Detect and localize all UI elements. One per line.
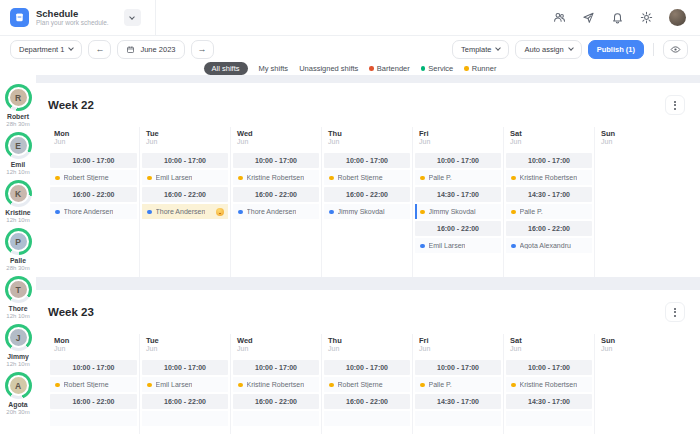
day-name: Wed (237, 129, 315, 138)
shift-time-cell[interactable]: 16:00 - 22:00 (50, 187, 137, 202)
notifications-button[interactable] (611, 11, 624, 24)
shift-person-cell[interactable] (142, 411, 228, 426)
day-month: Jun (601, 345, 679, 353)
prev-period-button[interactable]: ← (88, 40, 111, 59)
shift-time-cell[interactable]: 10:00 - 17:00 (415, 153, 501, 168)
preview-button[interactable] (663, 40, 688, 59)
shift-person-cell[interactable]: Palle P. (415, 377, 501, 392)
shift-time-cell[interactable]: 10:00 - 17:00 (506, 360, 592, 375)
app-logo-icon (10, 8, 29, 27)
shift-time-cell[interactable]: 16:00 - 22:00 (324, 394, 410, 409)
shift-time-cell[interactable]: 10:00 - 17:00 (233, 360, 319, 375)
shift-time-cell[interactable]: 16:00 - 22:00 (50, 394, 137, 409)
shift-time-cell[interactable]: 10:00 - 17:00 (50, 360, 137, 375)
shift-time-cell[interactable]: 10:00 - 17:00 (506, 153, 592, 168)
shift-person-cell[interactable]: Kristine Robertsen (506, 170, 592, 185)
employee-item[interactable]: JJimmy12h 10m (5, 324, 32, 367)
shift-person-name: Kristine Robertsen (520, 174, 578, 181)
shift-time-cell[interactable]: 14:30 - 17:00 (506, 394, 592, 409)
day-month: Jun (419, 345, 497, 353)
shift-time-cell[interactable]: 14:30 - 17:00 (506, 187, 592, 202)
role-dot (238, 383, 243, 388)
shift-time-cell[interactable]: 16:00 - 22:00 (415, 221, 501, 236)
employee-item[interactable]: RRobert28h 30m (5, 84, 32, 127)
shift-person-cell[interactable]: Robert Stjerne (324, 377, 410, 392)
shift-time-cell[interactable]: 10:00 - 17:00 (324, 360, 410, 375)
shift-person-cell[interactable]: Robert Stjerne (50, 170, 137, 185)
shift-person-name: Emil Larsen (156, 174, 193, 181)
shift-person-cell[interactable]: Agota Alexandru (506, 238, 592, 253)
shift-person-cell[interactable]: Jimmy Skovdal (415, 204, 501, 219)
week-menu-button[interactable] (665, 302, 685, 322)
day-name: Mon (54, 129, 133, 138)
shift-person-cell[interactable]: Kristine Robertsen (233, 377, 319, 392)
shift-person-cell[interactable]: Robert Stjerne (50, 377, 137, 392)
month-label: June 2023 (140, 45, 175, 54)
filter-tabs: All shiftsMy shiftsUnassigned shiftsBart… (0, 62, 700, 75)
shift-person-cell[interactable] (50, 411, 137, 426)
day-month: Jun (510, 138, 588, 146)
employee-item[interactable]: AAgota20h 30m (5, 372, 32, 415)
employee-item[interactable]: KKristine12h 10m (5, 180, 32, 223)
shift-time-cell[interactable]: 14:30 - 17:00 (415, 394, 501, 409)
shift-time-cell[interactable]: 16:00 - 22:00 (324, 187, 410, 202)
employee-item[interactable]: PPalle28h 30m (5, 228, 32, 271)
shift-person-cell[interactable]: Palle P. (506, 204, 592, 219)
shift-time-cell[interactable]: 10:00 - 17:00 (142, 360, 228, 375)
shift-time-cell[interactable]: 10:00 - 17:00 (233, 153, 319, 168)
employee-rail: RRobert28h 30mEEmil12h 10mKKristine12h 1… (0, 75, 36, 434)
employee-item[interactable]: EEmil12h 10m (5, 132, 32, 175)
role-dot (511, 383, 516, 388)
profile-avatar[interactable] (669, 9, 686, 26)
shift-time-cell[interactable]: 16:00 - 22:00 (142, 187, 228, 202)
tab-unassigned-shifts[interactable]: Unassigned shifts (299, 64, 358, 73)
app-switcher-button[interactable] (124, 9, 141, 26)
shift-time-cell[interactable]: 16:00 - 22:00 (233, 187, 319, 202)
template-select[interactable]: Template (452, 40, 509, 59)
shift-person-cell[interactable] (415, 411, 501, 426)
shift-time-cell[interactable]: 14:30 - 17:00 (415, 187, 501, 202)
day-column-thu: ThuJun10:00 - 17:00Robert Stjerne16:00 -… (321, 127, 412, 277)
kebab-dot-icon (674, 308, 676, 310)
department-select[interactable]: Department 1 (10, 40, 82, 59)
shift-person-cell[interactable]: Thore Andersen (233, 204, 319, 219)
shift-person-cell[interactable]: Emil Larsen (142, 170, 228, 185)
shift-person-cell[interactable]: Jimmy Skovdal (324, 204, 410, 219)
shift-time-cell[interactable]: 10:00 - 17:00 (324, 153, 410, 168)
shift-person-cell[interactable] (506, 411, 592, 426)
shift-person-cell[interactable]: Kristine Robertsen (506, 377, 592, 392)
employee-item[interactable]: TThore12h 10m (5, 276, 32, 319)
settings-button[interactable] (640, 11, 653, 24)
day-name: Tue (146, 336, 224, 345)
team-button[interactable] (553, 11, 566, 24)
day-header: SunJun (597, 334, 683, 360)
shift-person-cell[interactable]: Thore Andersen (142, 204, 228, 219)
shift-person-cell[interactable]: Palle P. (415, 170, 501, 185)
tab-all-shifts[interactable]: All shifts (204, 62, 248, 75)
legend-label: Runner (472, 64, 497, 73)
week-menu-button[interactable] (665, 95, 685, 115)
shift-person-name: Palle P. (520, 208, 543, 215)
tab-my-shifts[interactable]: My shifts (259, 64, 289, 73)
shift-person-cell[interactable] (233, 411, 319, 426)
publish-button[interactable]: Publish (1) (588, 40, 644, 59)
shift-time-cell[interactable]: 10:00 - 17:00 (142, 153, 228, 168)
month-picker[interactable]: June 2023 (117, 40, 184, 59)
shift-person-cell[interactable] (324, 411, 410, 426)
shift-time-cell[interactable]: 16:00 - 22:00 (506, 221, 592, 236)
share-button[interactable] (582, 11, 595, 24)
shift-person-cell[interactable]: Thore Andersen (50, 204, 137, 219)
shift-time-cell[interactable]: 10:00 - 17:00 (415, 360, 501, 375)
shift-person-cell[interactable]: Emil Larsen (415, 238, 501, 253)
shift-time-cell[interactable]: 16:00 - 22:00 (233, 394, 319, 409)
shift-time-cell[interactable]: 16:00 - 22:00 (142, 394, 228, 409)
auto-assign-select[interactable]: Auto assign (515, 40, 581, 59)
day-header: MonJun (50, 127, 137, 153)
day-grid: MonJun10:00 - 17:00Robert Stjerne16:00 -… (48, 334, 685, 434)
next-period-button[interactable]: → (191, 40, 214, 59)
shift-person-cell[interactable]: Emil Larsen (142, 377, 228, 392)
shift-person-cell[interactable]: Robert Stjerne (324, 170, 410, 185)
shift-person-name: Jimmy Skovdal (338, 208, 385, 215)
shift-time-cell[interactable]: 10:00 - 17:00 (50, 153, 137, 168)
shift-person-cell[interactable]: Kristine Robertsen (233, 170, 319, 185)
